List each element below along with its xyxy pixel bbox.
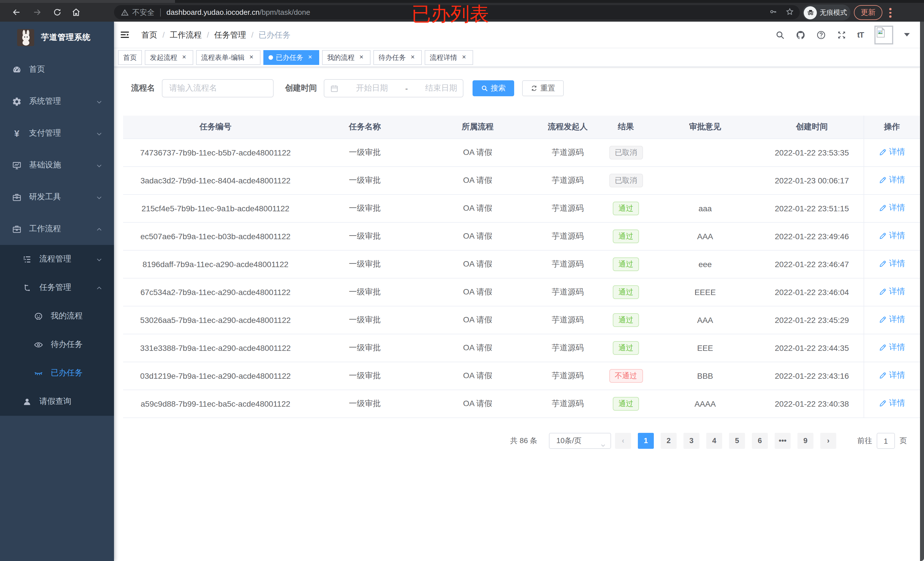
sidebar-item-infrastructure[interactable]: 基础设施	[0, 149, 114, 181]
cell-create-time: 2022-01-22 23:43:16	[760, 362, 864, 390]
sidebar-item-payment[interactable]: ¥支付管理	[0, 117, 114, 149]
tab-my-process[interactable]: 我的流程×	[322, 50, 370, 65]
detail-button[interactable]: 详情	[879, 398, 905, 408]
help-icon[interactable]	[816, 30, 826, 40]
cell-id: 3adac3d2-7b9d-11ec-8404-acde48001122	[123, 166, 308, 194]
detail-button[interactable]: 详情	[879, 175, 905, 185]
detail-button[interactable]: 详情	[879, 314, 905, 325]
yen-icon: ¥	[12, 129, 22, 138]
detail-label: 详情	[889, 175, 905, 185]
detail-button[interactable]: 详情	[879, 203, 905, 213]
forward-icon[interactable]	[33, 7, 42, 17]
table-header-row: 任务编号任务名称所属流程流程发起人结果审批意见创建时间操作	[123, 116, 920, 138]
sidebar-toggle-icon[interactable]	[120, 30, 130, 40]
briefcase-icon	[12, 224, 22, 234]
search-icon[interactable]	[775, 30, 785, 40]
avatar[interactable]	[874, 25, 893, 44]
update-button[interactable]: 更新	[854, 5, 882, 20]
url-path: /bpm/task/done	[260, 8, 310, 16]
goto-page-input[interactable]	[877, 433, 895, 449]
breadcrumb-item[interactable]: 首页	[141, 30, 158, 39]
not-secure-warning-icon	[121, 8, 129, 16]
column-header-flow: 所属流程	[422, 116, 534, 138]
page-button-6[interactable]: 6	[752, 433, 768, 449]
sidebar-item-leave-query[interactable]: 请假查询	[0, 387, 114, 416]
reload-icon[interactable]	[52, 7, 62, 17]
close-icon[interactable]: ×	[306, 54, 314, 61]
cell-result: 已取消	[602, 166, 650, 194]
sidebar-item-system[interactable]: 系统管理	[0, 85, 114, 117]
close-icon[interactable]: ×	[409, 54, 417, 61]
sidebar-item-label: 请假查询	[39, 396, 71, 407]
table-row: a59c9d88-7b99-11ec-ba5c-acde48001122一级审批…	[123, 390, 920, 417]
page-button-4[interactable]: 4	[706, 433, 722, 449]
detail-button[interactable]: 详情	[879, 286, 905, 297]
page-size-select[interactable]: 10条/页	[549, 433, 611, 449]
next-page-button[interactable]: ›	[820, 433, 836, 449]
tab-start-process[interactable]: 发起流程×	[145, 50, 193, 65]
close-icon[interactable]: ×	[248, 54, 255, 61]
tab-home[interactable]: 首页	[118, 50, 142, 65]
key-icon[interactable]	[769, 7, 777, 17]
browser-menu-icon[interactable]	[889, 8, 891, 19]
close-icon[interactable]: ×	[180, 54, 188, 61]
cell-flow: OA 请假	[422, 278, 534, 306]
github-icon[interactable]	[796, 30, 806, 40]
tab-done-tasks[interactable]: 已办任务×	[263, 50, 319, 65]
breadcrumb-item[interactable]: 任务管理	[214, 30, 246, 39]
chevron-down-icon	[96, 162, 103, 169]
close-icon[interactable]: ×	[357, 54, 365, 61]
tab-process-detail[interactable]: 流程详情×	[424, 50, 473, 65]
breadcrumb-item[interactable]: 工作流程	[170, 30, 202, 39]
font-size-icon[interactable]: tT	[857, 30, 864, 40]
sidebar-item-my-process[interactable]: 我的流程	[0, 302, 114, 330]
tab-form-edit[interactable]: 流程表单-编辑×	[196, 50, 261, 65]
result-badge: 通过	[613, 313, 639, 327]
pen-icon	[879, 287, 887, 296]
reset-button[interactable]: 重置	[522, 80, 564, 96]
detail-label: 详情	[889, 370, 905, 380]
cell-create-time: 2022-01-22 23:40:38	[760, 390, 864, 417]
star-icon[interactable]	[786, 7, 794, 17]
fullscreen-icon[interactable]	[837, 30, 846, 40]
sidebar-logo-row[interactable]: 芋道管理系统	[0, 22, 114, 54]
cell-actions: 详情	[864, 138, 920, 166]
page-button-2[interactable]: 2	[661, 433, 676, 449]
back-icon[interactable]	[11, 7, 21, 17]
caret-down-icon[interactable]	[904, 33, 910, 39]
home-icon[interactable]	[71, 7, 81, 17]
prev-page-button[interactable]: ‹	[615, 433, 631, 449]
sidebar-item-workflow[interactable]: 工作流程	[0, 213, 114, 245]
date-range-input[interactable]: 开始日期 - 结束日期	[324, 79, 464, 97]
detail-button[interactable]: 详情	[879, 342, 905, 353]
cell-flow: OA 请假	[422, 362, 534, 390]
cell-starter: 芋道源码	[534, 166, 602, 194]
detail-button[interactable]: 详情	[879, 231, 905, 241]
cell-starter: 芋道源码	[534, 250, 602, 278]
search-button[interactable]: 搜索	[472, 80, 514, 96]
detail-button[interactable]: 详情	[879, 370, 905, 380]
chevron-up-icon	[96, 284, 103, 291]
sidebar-item-todo-tasks[interactable]: 待办任务	[0, 330, 114, 359]
detail-button[interactable]: 详情	[879, 147, 905, 157]
page-button-5[interactable]: 5	[729, 433, 745, 449]
sidebar-item-process-mgmt[interactable]: 流程管理	[0, 245, 114, 274]
page-button-9[interactable]: 9	[798, 433, 813, 449]
sidebar-item-home[interactable]: 首页	[0, 54, 114, 85]
cell-comment: EEEE	[650, 278, 760, 306]
sidebar-item-done-tasks[interactable]: 已办任务	[0, 359, 114, 387]
tab-label: 流程详情	[430, 53, 457, 62]
security-label[interactable]: 不安全	[132, 7, 154, 17]
process-name-input[interactable]: 请输入流程名	[162, 79, 274, 97]
tab-todo-tasks[interactable]: 待办任务×	[374, 50, 422, 65]
tab-label: 流程表单-编辑	[201, 53, 244, 62]
page-button-1[interactable]: 1	[638, 433, 654, 449]
column-header-time: 创建时间	[760, 116, 864, 138]
sidebar-item-dev-tools[interactable]: 研发工具	[0, 181, 114, 213]
close-icon[interactable]: ×	[460, 54, 468, 61]
detail-button[interactable]: 详情	[879, 259, 905, 269]
page-button-3[interactable]: 3	[684, 433, 699, 449]
scrollbar[interactable]	[920, 22, 924, 561]
sidebar-item-task-mgmt[interactable]: 任务管理	[0, 274, 114, 302]
pages-ellipsis[interactable]: •••	[775, 433, 790, 449]
